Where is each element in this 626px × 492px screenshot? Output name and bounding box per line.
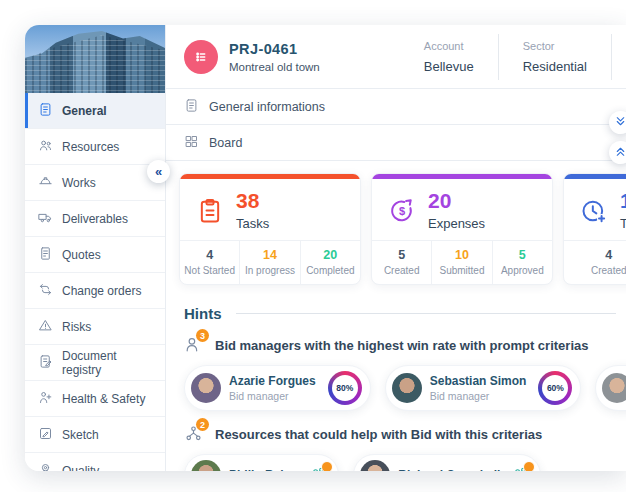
header-stub — [612, 25, 626, 88]
resources-hint: 2 Resources that could help with Bid wit… — [184, 424, 626, 444]
account-column: Account Bellevue — [400, 40, 498, 74]
win-rate-ring: 60% — [538, 371, 572, 405]
project-identity: PRJ-0461 Montreal old town — [229, 41, 320, 73]
avatar — [360, 460, 390, 471]
tasks-clipboard-icon — [196, 197, 224, 225]
header-info: Account Bellevue Sector Residential — [400, 25, 626, 88]
stat-completed: 20Completed — [300, 241, 360, 284]
quote-document-icon — [38, 246, 53, 264]
sidebar-item-general[interactable]: General — [25, 93, 165, 129]
kpi-cards: 38 Tasks 4Not Started 14In progress 20Co… — [166, 161, 626, 285]
stat-in-progress: 14In progress — [239, 241, 299, 284]
expenses-count: 20 — [428, 190, 485, 211]
stat-created: 5Created — [372, 241, 431, 284]
expenses-stats: 5Created 10Submitted 5Approved — [372, 240, 552, 284]
sidebar-item-deliverables[interactable]: Deliverables — [25, 201, 165, 237]
document-edit-icon — [38, 354, 53, 372]
sidebar-item-label: Document registry — [62, 349, 159, 377]
sidebar-collapse-button[interactable]: « — [147, 160, 170, 183]
bid-managers-hint: 3 Bid managers with the highest win rate… — [184, 335, 626, 355]
sidebar-item-risks[interactable]: Risks — [25, 309, 165, 345]
board-grid-icon — [184, 134, 199, 152]
sidebar-item-works[interactable]: Works — [25, 165, 165, 201]
resource-chip[interactable]: Richard Campbell — [353, 454, 541, 471]
sidebar-item-sketch[interactable]: Sketch — [25, 417, 165, 453]
stat-submitted: 10Submitted — [431, 241, 491, 284]
avatar — [602, 373, 626, 403]
bid-manager-chip[interactable]: Azarie Forgues Bid manager 80% — [184, 365, 371, 411]
sidebar-item-resources[interactable]: Resources — [25, 129, 165, 165]
account-value: Bellevue — [424, 59, 474, 74]
people-icon — [38, 138, 53, 156]
clock-plus-icon — [580, 197, 608, 225]
sidebar-menu: General Resources Works Deliverables Quo… — [25, 93, 165, 471]
card-title: Tasks — [236, 216, 269, 231]
sidebar-item-label: Quotes — [62, 248, 101, 262]
bid-manager-chip[interactable]: Sebastian Simon Bid manager 60% — [385, 365, 582, 411]
svg-text:$: $ — [399, 205, 405, 217]
sketch-pencil-icon — [38, 426, 53, 444]
sidebar-item-label: Quality — [62, 464, 99, 472]
section-general-informations[interactable]: General informations — [166, 89, 626, 125]
expenses-card[interactable]: $ 20 Expenses 5Created 10Submitted — [371, 173, 553, 285]
bid-manager-chip[interactable]: Matyas Dionne Bid manager 60% — [595, 365, 626, 411]
avatar — [191, 460, 221, 471]
sidebar-item-quality[interactable]: Quality — [25, 453, 165, 471]
avatar — [191, 373, 221, 403]
sidebar-item-change-orders[interactable]: Change orders — [25, 273, 165, 309]
project-header: PRJ-0461 Montreal old town Account Belle… — [166, 25, 626, 89]
stat-created: 4Created — [564, 241, 626, 284]
truck-icon — [38, 210, 53, 228]
bid-manager-name: Sebastian Simon — [430, 374, 527, 388]
sidebar-item-label: Works — [62, 176, 96, 190]
project-photo — [25, 25, 165, 93]
bid-manager-chips: Azarie Forgues Bid manager 80% Sebastian… — [184, 365, 626, 411]
sidebar-item-label: Deliverables — [62, 212, 128, 226]
tasks-card[interactable]: 38 Tasks 4Not Started 14In progress 20Co… — [179, 173, 361, 285]
sidebar-item-label: Sketch — [62, 428, 99, 442]
sidebar-item-health-safety[interactable]: Health & Safety — [25, 381, 165, 417]
hints-divider — [236, 313, 617, 314]
avatar — [392, 373, 422, 403]
win-rate-ring: 80% — [328, 371, 362, 405]
project-list-icon — [184, 40, 218, 74]
sidebar-item-label: Change orders — [62, 284, 141, 298]
collapse-board-button[interactable] — [609, 141, 626, 164]
sidebar-item-document-registry[interactable]: Document registry — [25, 345, 165, 381]
time-entries-stats: 4Created Submitted — [564, 240, 626, 284]
account-label: Account — [424, 40, 474, 52]
skills-icon — [310, 465, 330, 471]
warning-triangle-icon — [38, 318, 53, 336]
sidebar-item-label: Resources — [62, 140, 119, 154]
double-chevron-up-icon — [614, 144, 626, 162]
resource-chips: Philip Baker Richard Campbell — [184, 454, 626, 471]
document-icon — [184, 98, 199, 116]
card-title: Expenses — [428, 216, 485, 231]
project-code: PRJ-0461 — [229, 41, 320, 57]
expenses-dollar-icon: $ — [388, 197, 416, 225]
hints-section: Hints 3 Bid managers with the highest wi… — [166, 285, 626, 471]
sector-label: Sector — [523, 40, 587, 52]
section-label: Board — [209, 136, 242, 150]
stat-approved: 5Approved — [492, 241, 552, 284]
sidebar-item-quotes[interactable]: Quotes — [25, 237, 165, 273]
swap-arrows-icon — [38, 282, 53, 300]
resource-name: Philip Baker — [229, 468, 298, 471]
double-chevron-down-icon — [614, 114, 626, 132]
health-cross-icon — [38, 390, 53, 408]
sector-column: Sector Residential — [499, 40, 611, 74]
expand-general-informations-button[interactable] — [609, 111, 626, 134]
project-dashboard-window: General Resources Works Deliverables Quo… — [25, 25, 626, 471]
org-chart-icon: 2 — [184, 424, 204, 444]
general-icon — [38, 102, 53, 120]
time-entries-card[interactable]: 10 Time entries 4Created Submitted — [563, 173, 626, 285]
bid-manager-role: Bid manager — [430, 390, 527, 402]
quality-medal-icon — [38, 462, 53, 472]
resource-chip[interactable]: Philip Baker — [184, 454, 339, 471]
person-icon: 3 — [184, 335, 204, 355]
section-board[interactable]: Board — [166, 125, 626, 161]
sidebar-item-label: Risks — [62, 320, 91, 334]
bid-manager-role: Bid manager — [229, 390, 316, 402]
sidebar: General Resources Works Deliverables Quo… — [25, 25, 166, 471]
hardhat-icon — [38, 174, 53, 192]
